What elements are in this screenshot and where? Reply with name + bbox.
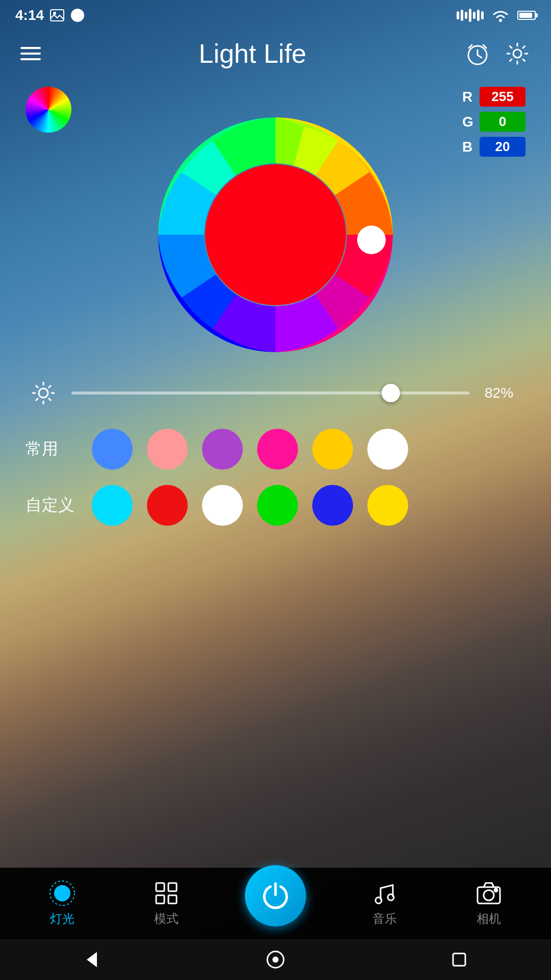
common-dot-2[interactable] xyxy=(202,429,243,470)
status-time-area: 4:14 xyxy=(15,7,85,23)
color-wheel[interactable] xyxy=(143,102,408,368)
brightness-value: 82% xyxy=(485,385,520,401)
image-icon xyxy=(50,9,64,21)
svg-point-9 xyxy=(39,388,48,398)
custom-dot-3[interactable] xyxy=(257,485,298,526)
rgb-r-row: R 255 xyxy=(462,87,525,107)
svg-rect-0 xyxy=(51,10,64,21)
svg-marker-30 xyxy=(87,952,97,967)
nav-lights-icon xyxy=(49,880,76,906)
common-colors-row: 常用 xyxy=(26,429,525,470)
app-title: Light Life xyxy=(198,38,306,69)
nav-music[interactable]: 音乐 xyxy=(359,880,410,927)
rgb-b-row: B 20 xyxy=(462,137,525,157)
nav-modes-icon xyxy=(153,880,180,906)
nav-camera-label: 相机 xyxy=(477,911,501,927)
brightness-area: 82% xyxy=(0,373,551,413)
nav-music-icon xyxy=(371,880,398,906)
brightness-icon xyxy=(31,380,56,406)
custom-label: 自定义 xyxy=(26,494,77,517)
svg-point-2 xyxy=(71,9,84,22)
time-display: 4:14 xyxy=(15,7,44,23)
svg-point-3 xyxy=(499,19,502,22)
rgb-values: R 255 G 0 B 20 xyxy=(462,87,525,157)
notification-icon xyxy=(70,8,85,22)
nav-power[interactable] xyxy=(245,880,306,926)
custom-dot-2[interactable] xyxy=(202,485,243,526)
brightness-thumb[interactable] xyxy=(382,384,400,402)
svg-point-28 xyxy=(484,890,494,900)
vibrate-icon xyxy=(457,9,484,22)
brightness-slider[interactable] xyxy=(71,391,469,395)
svg-rect-21 xyxy=(168,883,177,891)
custom-dot-1[interactable] xyxy=(147,485,188,526)
custom-dots xyxy=(92,485,525,526)
common-dot-5[interactable] xyxy=(367,429,408,470)
color-sphere[interactable] xyxy=(26,87,71,133)
svg-point-26 xyxy=(388,894,394,900)
svg-rect-22 xyxy=(156,895,164,903)
g-label: G xyxy=(462,114,472,130)
nav-modes[interactable]: 模式 xyxy=(141,880,192,927)
svg-point-29 xyxy=(494,889,497,892)
alarm-button[interactable] xyxy=(464,40,491,67)
bottom-nav: 灯光 模式 音乐 xyxy=(0,868,551,939)
nav-lights[interactable]: 灯光 xyxy=(37,880,88,927)
svg-line-14 xyxy=(36,385,38,388)
header-icons xyxy=(464,40,531,67)
menu-button[interactable] xyxy=(20,47,41,60)
nav-modes-label: 模式 xyxy=(154,911,179,927)
r-value[interactable]: 255 xyxy=(480,87,525,107)
selected-color-display xyxy=(205,164,346,305)
custom-dot-0[interactable] xyxy=(92,485,133,526)
color-wheel-handle[interactable] xyxy=(357,226,386,254)
svg-rect-20 xyxy=(156,883,164,891)
back-button[interactable] xyxy=(77,944,107,975)
svg-point-18 xyxy=(54,885,70,901)
custom-dot-4[interactable] xyxy=(312,485,353,526)
g-value[interactable]: 0 xyxy=(480,112,525,132)
home-button[interactable] xyxy=(260,944,291,975)
nav-lights-label: 灯光 xyxy=(50,911,74,927)
common-dot-3[interactable] xyxy=(257,429,298,470)
svg-line-17 xyxy=(36,398,38,401)
common-dot-1[interactable] xyxy=(147,429,188,470)
settings-button[interactable] xyxy=(504,40,531,67)
battery-icon xyxy=(517,11,536,20)
r-label: R xyxy=(462,89,472,105)
rgb-g-row: G 0 xyxy=(462,112,525,132)
custom-dot-5[interactable] xyxy=(367,485,408,526)
color-wheel-svg xyxy=(143,102,408,368)
custom-colors-row: 自定义 xyxy=(26,485,525,526)
header: Light Life xyxy=(0,31,551,77)
common-dots xyxy=(92,429,525,470)
common-dot-0[interactable] xyxy=(92,429,133,470)
b-value[interactable]: 20 xyxy=(480,137,525,157)
svg-line-16 xyxy=(48,385,51,388)
nav-music-label: 音乐 xyxy=(372,911,397,927)
svg-point-25 xyxy=(375,897,382,903)
status-right-icons xyxy=(457,8,536,22)
svg-rect-23 xyxy=(168,895,177,903)
wifi-icon xyxy=(491,8,510,22)
presets-area: 常用 自定义 xyxy=(0,413,551,556)
svg-point-1 xyxy=(53,12,56,15)
status-bar: 4:14 xyxy=(0,0,551,31)
svg-line-15 xyxy=(48,398,51,401)
color-picker-area: R 255 G 0 B 20 xyxy=(0,77,551,373)
sys-nav xyxy=(0,939,551,980)
recent-button[interactable] xyxy=(444,944,474,975)
b-label: B xyxy=(462,139,472,155)
common-label: 常用 xyxy=(26,438,77,460)
svg-rect-33 xyxy=(453,953,465,966)
common-dot-4[interactable] xyxy=(312,429,353,470)
svg-point-5 xyxy=(513,50,521,58)
power-button[interactable] xyxy=(245,865,306,926)
nav-camera[interactable]: 相机 xyxy=(463,880,514,927)
svg-point-32 xyxy=(272,957,279,963)
nav-camera-icon xyxy=(475,880,502,906)
